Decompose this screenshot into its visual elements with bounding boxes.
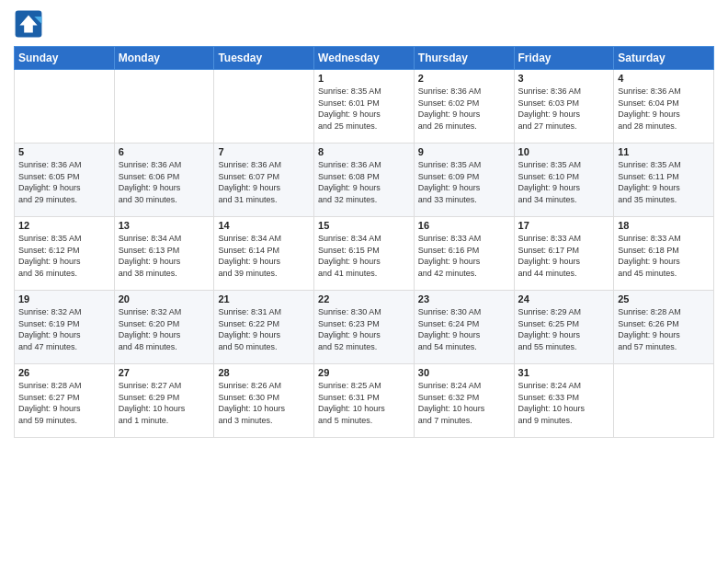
day-info: Sunrise: 8:33 AM Sunset: 6:17 PM Dayligh… [518,233,610,279]
weekday-header: Tuesday [214,47,314,70]
logo [14,9,47,39]
day-number: 3 [518,73,610,84]
day-number: 7 [218,146,310,157]
calendar-cell: 8Sunrise: 8:36 AM Sunset: 6:08 PM Daylig… [314,144,415,217]
day-info: Sunrise: 8:34 AM Sunset: 6:15 PM Dayligh… [318,233,410,279]
calendar-cell: 23Sunrise: 8:30 AM Sunset: 6:24 PM Dayli… [414,291,514,364]
calendar-cell: 31Sunrise: 8:24 AM Sunset: 6:33 PM Dayli… [514,364,614,438]
day-number: 12 [18,220,110,231]
calendar-cell: 30Sunrise: 8:24 AM Sunset: 6:32 PM Dayli… [414,364,514,438]
day-info: Sunrise: 8:24 AM Sunset: 6:32 PM Dayligh… [418,380,510,426]
calendar-cell: 12Sunrise: 8:35 AM Sunset: 6:12 PM Dayli… [15,217,115,291]
day-number: 31 [518,367,610,378]
day-number: 27 [119,367,210,378]
day-info: Sunrise: 8:25 AM Sunset: 6:31 PM Dayligh… [318,380,410,426]
day-info: Sunrise: 8:34 AM Sunset: 6:13 PM Dayligh… [119,233,210,279]
calendar-cell: 22Sunrise: 8:30 AM Sunset: 6:23 PM Dayli… [314,291,415,364]
day-info: Sunrise: 8:35 AM Sunset: 6:09 PM Dayligh… [418,159,510,205]
day-info: Sunrise: 8:33 AM Sunset: 6:16 PM Dayligh… [418,233,510,279]
calendar-week-row: 19Sunrise: 8:32 AM Sunset: 6:19 PM Dayli… [15,291,714,364]
day-number: 5 [18,146,110,157]
day-info: Sunrise: 8:30 AM Sunset: 6:23 PM Dayligh… [318,306,410,352]
calendar-cell: 28Sunrise: 8:26 AM Sunset: 6:30 PM Dayli… [214,364,314,438]
day-info: Sunrise: 8:35 AM Sunset: 6:10 PM Dayligh… [518,159,610,205]
calendar-cell [614,364,714,438]
day-info: Sunrise: 8:28 AM Sunset: 6:26 PM Dayligh… [618,306,710,352]
calendar-cell: 15Sunrise: 8:34 AM Sunset: 6:15 PM Dayli… [314,217,415,291]
calendar-cell: 25Sunrise: 8:28 AM Sunset: 6:26 PM Dayli… [614,291,714,364]
day-info: Sunrise: 8:31 AM Sunset: 6:22 PM Dayligh… [218,306,310,352]
day-number: 14 [218,220,310,231]
calendar-cell: 9Sunrise: 8:35 AM Sunset: 6:09 PM Daylig… [414,144,514,217]
day-number: 22 [318,293,410,304]
weekday-header: Wednesday [314,47,415,70]
day-number: 4 [618,73,710,84]
calendar-cell: 3Sunrise: 8:36 AM Sunset: 6:03 PM Daylig… [514,70,614,144]
day-info: Sunrise: 8:24 AM Sunset: 6:33 PM Dayligh… [518,380,610,426]
page: SundayMondayTuesdayWednesdayThursdayFrid… [0,0,728,563]
calendar-cell: 24Sunrise: 8:29 AM Sunset: 6:25 PM Dayli… [514,291,614,364]
day-info: Sunrise: 8:36 AM Sunset: 6:05 PM Dayligh… [18,159,110,205]
weekday-header: Friday [514,47,614,70]
calendar-cell [15,70,115,144]
calendar-cell: 4Sunrise: 8:36 AM Sunset: 6:04 PM Daylig… [614,70,714,144]
calendar-cell: 18Sunrise: 8:33 AM Sunset: 6:18 PM Dayli… [614,217,714,291]
calendar-cell: 13Sunrise: 8:34 AM Sunset: 6:13 PM Dayli… [114,217,214,291]
day-info: Sunrise: 8:36 AM Sunset: 6:04 PM Dayligh… [618,86,710,132]
calendar-cell: 14Sunrise: 8:34 AM Sunset: 6:14 PM Dayli… [214,217,314,291]
day-number: 9 [418,146,510,157]
day-number: 16 [418,220,510,231]
calendar-cell: 27Sunrise: 8:27 AM Sunset: 6:29 PM Dayli… [114,364,214,438]
day-number: 30 [418,367,510,378]
day-info: Sunrise: 8:32 AM Sunset: 6:20 PM Dayligh… [119,306,210,352]
calendar-cell: 20Sunrise: 8:32 AM Sunset: 6:20 PM Dayli… [114,291,214,364]
day-info: Sunrise: 8:32 AM Sunset: 6:19 PM Dayligh… [18,306,110,352]
day-number: 1 [318,73,410,84]
day-info: Sunrise: 8:30 AM Sunset: 6:24 PM Dayligh… [418,306,510,352]
day-info: Sunrise: 8:36 AM Sunset: 6:03 PM Dayligh… [518,86,610,132]
weekday-header: Thursday [414,47,514,70]
day-number: 19 [18,293,110,304]
logo-icon [14,9,43,39]
weekday-header: Sunday [15,47,115,70]
day-info: Sunrise: 8:36 AM Sunset: 6:08 PM Dayligh… [318,159,410,205]
weekday-header: Saturday [614,47,714,70]
weekday-header-row: SundayMondayTuesdayWednesdayThursdayFrid… [15,47,714,70]
day-number: 15 [318,220,410,231]
calendar-cell: 21Sunrise: 8:31 AM Sunset: 6:22 PM Dayli… [214,291,314,364]
day-info: Sunrise: 8:28 AM Sunset: 6:27 PM Dayligh… [18,380,110,426]
day-info: Sunrise: 8:35 AM Sunset: 6:11 PM Dayligh… [618,159,710,205]
day-number: 24 [518,293,610,304]
day-info: Sunrise: 8:36 AM Sunset: 6:06 PM Dayligh… [119,159,210,205]
calendar-cell: 6Sunrise: 8:36 AM Sunset: 6:06 PM Daylig… [114,144,214,217]
calendar-cell: 29Sunrise: 8:25 AM Sunset: 6:31 PM Dayli… [314,364,415,438]
calendar-cell: 5Sunrise: 8:36 AM Sunset: 6:05 PM Daylig… [15,144,115,217]
calendar-cell: 11Sunrise: 8:35 AM Sunset: 6:11 PM Dayli… [614,144,714,217]
day-info: Sunrise: 8:27 AM Sunset: 6:29 PM Dayligh… [119,380,210,426]
day-number: 8 [318,146,410,157]
calendar-cell [214,70,314,144]
day-number: 29 [318,367,410,378]
weekday-header: Monday [114,47,214,70]
calendar-cell: 7Sunrise: 8:36 AM Sunset: 6:07 PM Daylig… [214,144,314,217]
day-number: 25 [618,293,710,304]
calendar-cell: 16Sunrise: 8:33 AM Sunset: 6:16 PM Dayli… [414,217,514,291]
day-info: Sunrise: 8:26 AM Sunset: 6:30 PM Dayligh… [218,380,310,426]
calendar-cell: 17Sunrise: 8:33 AM Sunset: 6:17 PM Dayli… [514,217,614,291]
day-info: Sunrise: 8:34 AM Sunset: 6:14 PM Dayligh… [218,233,310,279]
day-number: 2 [418,73,510,84]
calendar-week-row: 26Sunrise: 8:28 AM Sunset: 6:27 PM Dayli… [15,364,714,438]
calendar-cell: 1Sunrise: 8:35 AM Sunset: 6:01 PM Daylig… [314,70,415,144]
day-info: Sunrise: 8:35 AM Sunset: 6:01 PM Dayligh… [318,86,410,132]
day-number: 13 [119,220,210,231]
day-number: 28 [218,367,310,378]
calendar-cell: 19Sunrise: 8:32 AM Sunset: 6:19 PM Dayli… [15,291,115,364]
day-number: 26 [18,367,110,378]
day-info: Sunrise: 8:36 AM Sunset: 6:07 PM Dayligh… [218,159,310,205]
day-info: Sunrise: 8:35 AM Sunset: 6:12 PM Dayligh… [18,233,110,279]
day-number: 10 [518,146,610,157]
calendar-week-row: 12Sunrise: 8:35 AM Sunset: 6:12 PM Dayli… [15,217,714,291]
day-info: Sunrise: 8:33 AM Sunset: 6:18 PM Dayligh… [618,233,710,279]
day-info: Sunrise: 8:29 AM Sunset: 6:25 PM Dayligh… [518,306,610,352]
calendar-week-row: 1Sunrise: 8:35 AM Sunset: 6:01 PM Daylig… [15,70,714,144]
